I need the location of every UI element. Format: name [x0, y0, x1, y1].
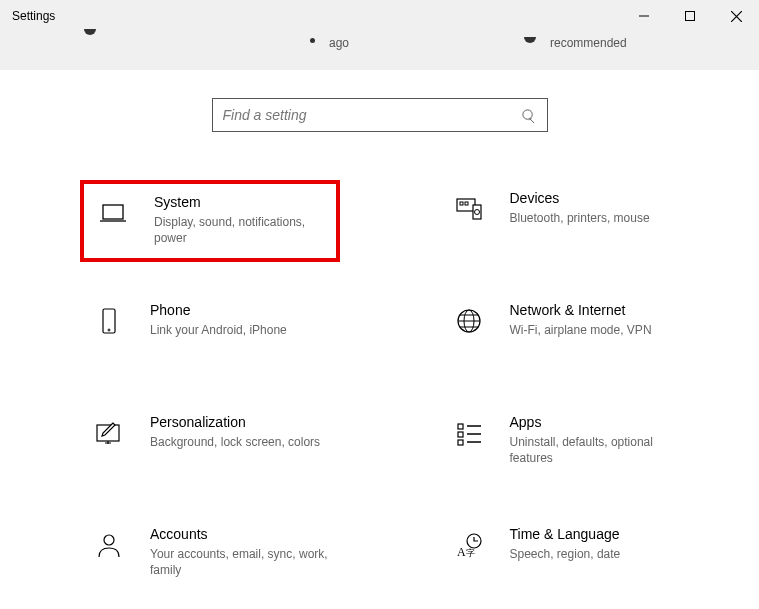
phone-icon — [92, 304, 126, 338]
svg-rect-14 — [458, 432, 463, 437]
status-right-text: recommended — [550, 36, 627, 50]
search-container — [0, 98, 759, 132]
category-apps[interactable]: Apps Uninstall, defaults, optional featu… — [440, 404, 700, 486]
category-text: Devices Bluetooth, printers, mouse — [510, 188, 688, 226]
category-desc: Background, lock screen, colors — [150, 434, 328, 450]
search-input[interactable] — [223, 107, 521, 123]
accounts-icon — [92, 528, 126, 562]
svg-point-16 — [104, 535, 114, 545]
globe-icon — [452, 304, 486, 338]
svg-text:字: 字 — [466, 548, 475, 558]
maximize-icon — [685, 11, 695, 21]
svg-rect-15 — [458, 440, 463, 445]
category-text: Network & Internet Wi-Fi, airplane mode,… — [510, 300, 688, 338]
close-icon — [731, 11, 742, 22]
svg-rect-0 — [686, 12, 695, 21]
category-network[interactable]: Network & Internet Wi-Fi, airplane mode,… — [440, 292, 700, 374]
status-dot-icon — [310, 38, 315, 43]
category-text: System Display, sound, notifications, po… — [154, 192, 324, 246]
minimize-icon — [639, 11, 649, 21]
category-desc: Link your Android, iPhone — [150, 322, 328, 338]
category-title: Phone — [150, 302, 328, 318]
apps-icon — [452, 416, 486, 450]
category-text: Time & Language Speech, region, date — [510, 524, 688, 562]
category-text: Personalization Background, lock screen,… — [150, 412, 328, 450]
main: System Display, sound, notifications, po… — [0, 70, 759, 598]
status-band: ago recommended — [0, 32, 759, 70]
svg-text:A: A — [457, 545, 466, 559]
status-middle: ago — [310, 36, 349, 50]
categories-grid: System Display, sound, notifications, po… — [0, 180, 759, 598]
category-desc: Display, sound, notifications, power — [154, 214, 324, 246]
category-title: Personalization — [150, 414, 328, 430]
category-accounts[interactable]: Accounts Your accounts, email, sync, wor… — [80, 516, 340, 598]
window-title: Settings — [12, 9, 55, 23]
status-left — [84, 32, 96, 38]
svg-rect-4 — [460, 202, 463, 205]
titlebar: Settings — [0, 0, 759, 32]
category-text: Apps Uninstall, defaults, optional featu… — [510, 412, 688, 466]
category-title: Devices — [510, 190, 688, 206]
personalization-icon — [92, 416, 126, 450]
category-title: Network & Internet — [510, 302, 688, 318]
maximize-button[interactable] — [667, 0, 713, 32]
svg-point-1 — [523, 109, 532, 118]
window-controls — [621, 0, 759, 32]
category-desc: Your accounts, email, sync, work, family — [150, 546, 328, 578]
devices-icon — [452, 192, 486, 226]
svg-rect-13 — [458, 424, 463, 429]
svg-rect-5 — [465, 202, 468, 205]
svg-point-9 — [108, 329, 110, 331]
status-right: recommended — [524, 36, 627, 50]
status-dot-icon — [524, 37, 536, 43]
svg-rect-2 — [103, 205, 123, 219]
category-personalization[interactable]: Personalization Background, lock screen,… — [80, 404, 340, 486]
laptop-icon — [96, 196, 130, 230]
status-middle-text: ago — [329, 36, 349, 50]
category-system[interactable]: System Display, sound, notifications, po… — [80, 180, 340, 262]
category-desc: Uninstall, defaults, optional features — [510, 434, 688, 466]
minimize-button[interactable] — [621, 0, 667, 32]
time-language-icon: A字 — [452, 528, 486, 562]
category-phone[interactable]: Phone Link your Android, iPhone — [80, 292, 340, 374]
category-desc: Speech, region, date — [510, 546, 688, 562]
search-icon — [521, 107, 537, 123]
search-box[interactable] — [212, 98, 548, 132]
close-button[interactable] — [713, 0, 759, 32]
category-title: System — [154, 194, 324, 210]
category-time-language[interactable]: A字 Time & Language Speech, region, date — [440, 516, 700, 598]
category-desc: Wi-Fi, airplane mode, VPN — [510, 322, 688, 338]
category-title: Accounts — [150, 526, 328, 542]
status-dot-icon — [84, 29, 96, 35]
category-devices[interactable]: Devices Bluetooth, printers, mouse — [440, 180, 700, 262]
category-text: Phone Link your Android, iPhone — [150, 300, 328, 338]
category-desc: Bluetooth, printers, mouse — [510, 210, 688, 226]
category-text: Accounts Your accounts, email, sync, wor… — [150, 524, 328, 578]
category-title: Time & Language — [510, 526, 688, 542]
category-title: Apps — [510, 414, 688, 430]
